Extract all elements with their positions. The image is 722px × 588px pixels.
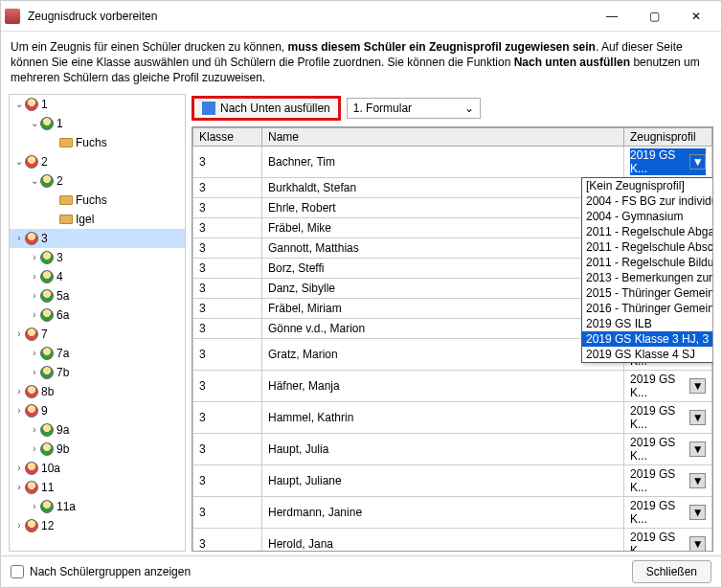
cell-name[interactable]: Borz, Steffi: [262, 258, 624, 278]
expand-icon[interactable]: ›: [29, 252, 40, 262]
groups-checkbox[interactable]: Nach Schülergruppen anzeigen: [11, 565, 191, 578]
expand-icon[interactable]: ›: [29, 501, 40, 511]
col-header-klasse[interactable]: Klasse: [193, 127, 262, 146]
cell-name[interactable]: Burkhaldt, Stefan: [262, 177, 624, 197]
dropdown-option[interactable]: 2015 - Thüringer Gemeinschaftsschule Kla…: [582, 285, 713, 301]
col-header-name[interactable]: Name: [262, 127, 624, 146]
profil-dropdown-button[interactable]: ▼: [689, 473, 706, 488]
profil-dropdown-button[interactable]: ▼: [689, 378, 706, 394]
dropdown-option[interactable]: 2013 - Bemerkungen zur Lernentwicklung: [582, 270, 713, 285]
cell-profil[interactable]: 2019 GS K...▼: [624, 496, 712, 528]
profil-dropdown-button[interactable]: ▼: [689, 536, 706, 552]
cell-klasse[interactable]: 3: [193, 217, 262, 237]
cell-klasse[interactable]: 3: [193, 338, 262, 370]
tree-item[interactable]: ›9: [10, 401, 185, 420]
tree-item[interactable]: ›3: [10, 248, 185, 267]
cell-klasse[interactable]: 3: [193, 258, 262, 278]
expand-icon[interactable]: ›: [13, 328, 25, 339]
tree-item[interactable]: ›11: [10, 478, 185, 497]
fill-down-button[interactable]: Nach Unten ausfüllen: [192, 96, 341, 121]
cell-name[interactable]: Häfner, Manja: [262, 370, 624, 401]
cell-klasse[interactable]: 3: [193, 177, 262, 197]
tree-item[interactable]: ›7a: [10, 344, 185, 363]
cell-profil[interactable]: 2019 GS K...▼: [624, 370, 712, 401]
students-grid[interactable]: Klasse Name Zeugnisprofil 3Bachner, Tim2…: [192, 126, 713, 552]
expand-icon[interactable]: ⌄: [29, 118, 40, 128]
close-button[interactable]: Schließen: [632, 560, 711, 583]
cell-klasse[interactable]: 3: [193, 401, 262, 433]
dropdown-option[interactable]: 2004 - Gymnasium: [582, 209, 713, 224]
cell-name[interactable]: Ehrle, Robert: [262, 197, 624, 217]
expand-icon[interactable]: ›: [29, 348, 40, 358]
cell-profil[interactable]: 2019 GS K...▼: [624, 146, 712, 177]
cell-klasse[interactable]: 3: [193, 496, 262, 528]
tree-item[interactable]: ›11a: [10, 497, 185, 516]
expand-icon[interactable]: ⌄: [29, 175, 40, 186]
groups-checkbox-input[interactable]: [11, 565, 24, 578]
cell-klasse[interactable]: 3: [193, 464, 262, 496]
expand-icon[interactable]: ›: [29, 367, 40, 377]
tree-item[interactable]: ›10a: [10, 459, 185, 478]
expand-icon[interactable]: ›: [29, 271, 40, 282]
expand-icon[interactable]: ›: [29, 309, 40, 320]
table-row[interactable]: 3Herold, Jana2019 GS K...▼: [193, 528, 712, 552]
tree-item[interactable]: ›9b: [10, 440, 185, 459]
expand-icon[interactable]: ⌄: [13, 156, 25, 167]
cell-name[interactable]: Bachner, Tim: [262, 146, 624, 177]
expand-icon[interactable]: ›: [29, 424, 40, 435]
table-row[interactable]: 3Häfner, Manja2019 GS K...▼: [193, 370, 712, 401]
formular-select[interactable]: 1. Formular ⌄: [347, 98, 481, 119]
cell-klasse[interactable]: 3: [193, 278, 262, 298]
cell-name[interactable]: Fräbel, Mike: [262, 217, 624, 237]
cell-name[interactable]: Gratz, Marion: [262, 338, 624, 370]
profil-dropdown-button[interactable]: ▼: [689, 410, 706, 425]
dropdown-option[interactable]: 2011 - Regelschule Bildungsgang LF/ILB/G…: [582, 255, 713, 270]
cell-profil[interactable]: 2019 GS K...▼: [624, 433, 712, 464]
cell-klasse[interactable]: 3: [193, 528, 262, 552]
cell-name[interactable]: Danz, Sibylle: [262, 278, 624, 298]
expand-icon[interactable]: ⌄: [13, 99, 25, 109]
dropdown-option[interactable]: 2019 GS ILB: [582, 316, 713, 331]
expand-icon[interactable]: ›: [13, 386, 25, 396]
expand-icon[interactable]: ›: [13, 405, 25, 416]
tree-item[interactable]: ›9a: [10, 420, 185, 440]
tree-item[interactable]: ⌄2: [10, 171, 185, 191]
dropdown-option[interactable]: 2011 - Regelschule Abgangszeugnis BG LF: [582, 224, 713, 239]
dropdown-option[interactable]: 2019 GS Klasse 4 SJ: [582, 347, 713, 362]
table-row[interactable]: 3Haupt, Julia2019 GS K...▼: [193, 433, 712, 464]
tree-item[interactable]: ⌄1: [10, 114, 185, 133]
tree-item[interactable]: ›12: [10, 516, 185, 535]
cell-name[interactable]: Hammel, Kathrin: [262, 401, 624, 433]
tree-item[interactable]: ›8b: [10, 382, 185, 401]
table-row[interactable]: 3Herdmann, Janine2019 GS K...▼: [193, 496, 712, 528]
profil-dropdown-button[interactable]: ▼: [689, 154, 706, 170]
cell-name[interactable]: Haupt, Julia: [262, 433, 624, 464]
tree-item[interactable]: ›3: [10, 229, 185, 248]
tree-item[interactable]: ›6a: [10, 305, 185, 325]
tree-item[interactable]: ›7b: [10, 363, 185, 382]
cell-profil[interactable]: 2019 GS K...▼: [624, 464, 712, 496]
dropdown-option[interactable]: [Kein Zeugnisprofil]: [582, 178, 713, 193]
dropdown-option[interactable]: 2016 - Thüringer Gemeinschaftsschule Kla…: [582, 301, 713, 316]
expand-icon[interactable]: ›: [13, 520, 25, 531]
col-header-profil[interactable]: Zeugnisprofil: [624, 127, 712, 146]
expand-icon[interactable]: ›: [29, 290, 40, 301]
cell-klasse[interactable]: 3: [193, 433, 262, 464]
minimize-button[interactable]: —: [591, 2, 633, 31]
profil-dropdown-button[interactable]: ▼: [689, 505, 706, 520]
cell-name[interactable]: Haupt, Juliane: [262, 464, 624, 496]
dropdown-option[interactable]: 2011 - Regelschule Abschluss BG LF: [582, 239, 713, 255]
cell-name[interactable]: Herdmann, Janine: [262, 496, 624, 528]
cell-name[interactable]: Fräbel, Miriam: [262, 298, 624, 318]
cell-name[interactable]: Gönne v.d., Marion: [262, 318, 624, 338]
cell-profil[interactable]: 2019 GS K...▼: [624, 528, 712, 552]
dropdown-option[interactable]: 2019 GS Klasse 3 HJ, 3 SJ und 4 HJ: [582, 331, 713, 347]
cell-klasse[interactable]: 3: [193, 298, 262, 318]
cell-klasse[interactable]: 3: [193, 146, 262, 177]
cell-profil[interactable]: 2019 GS K...▼: [624, 401, 712, 433]
table-row[interactable]: 3Hammel, Kathrin2019 GS K...▼: [193, 401, 712, 433]
tree-item[interactable]: ›7: [10, 325, 185, 344]
tree-item[interactable]: Igel: [10, 210, 185, 229]
expand-icon[interactable]: ›: [29, 443, 40, 454]
dropdown-option[interactable]: 2004 - FS BG zur individuellen Lebensbew…: [582, 193, 713, 209]
